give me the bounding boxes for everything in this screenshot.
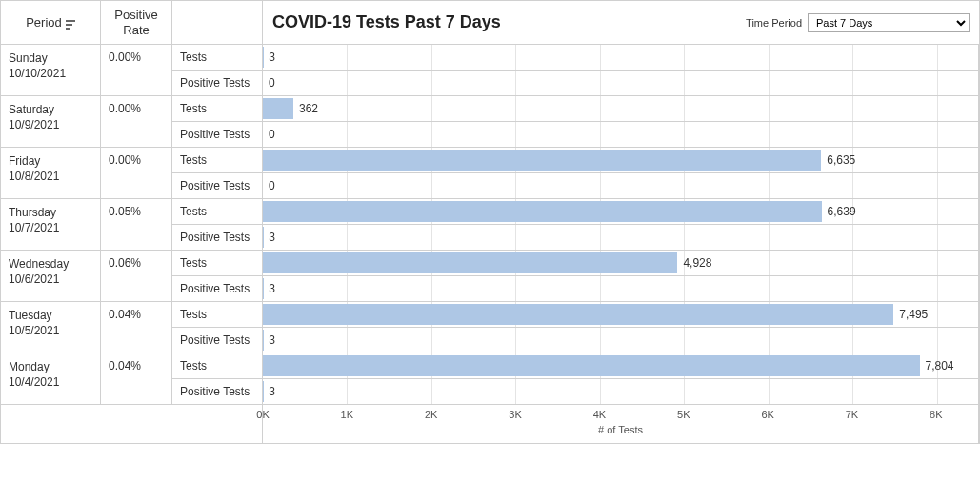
x-axis-tick: 4K [593,409,606,420]
positive-bar-cell: 3 [263,225,979,250]
positive-bar-cell: 0 [263,122,979,147]
positive-bar-cell: 3 [263,276,979,301]
positive-bar-cell: 3 [263,328,979,353]
tests-bar-cell: 6,635 [263,148,979,173]
rate-header[interactable]: Positive Rate [101,1,172,44]
tests-bar[interactable]: 7,495 [263,304,893,325]
positive-bar-cell: 0 [263,71,979,95]
svg-rect-2 [66,28,70,30]
axis-row: # of Tests 0K1K2K3K4K5K6K7K8K [1,405,979,443]
chart-cell: 6,6393 [263,199,979,250]
period-day: Friday [9,153,92,169]
period-date: 10/5/2021 [9,323,92,338]
chart-cell: 3620 [263,96,979,147]
time-period-label: Time Period [746,17,802,29]
chart-cell: 30 [263,45,979,95]
axis-spacer [1,405,263,443]
metric-tests-label: Tests [172,45,262,71]
x-axis-tick: 7K [846,409,858,420]
metrics-and-chart: TestsPositive Tests6,6393 [172,199,979,250]
metric-positive-label: Positive Tests [172,276,262,301]
metric-positive-label: Positive Tests [172,173,262,198]
tests-bar-cell: 6,639 [263,199,979,225]
metric-labels: TestsPositive Tests [172,251,263,301]
metric-labels: TestsPositive Tests [172,302,263,353]
period-cell: Sunday10/10/2021 [1,45,101,95]
sort-desc-icon [66,18,75,28]
period-date: 10/10/2021 [9,66,92,81]
tests-bar-cell: 7,495 [263,302,979,328]
period-cell: Thursday10/7/2021 [1,199,101,250]
tests-bar[interactable]: 4,928 [263,252,677,273]
x-axis-tick: 1K [341,409,353,420]
period-day: Thursday [9,205,92,220]
metrics-and-chart: TestsPositive Tests4,9283 [172,251,979,301]
tests-bar-label: 4,928 [683,256,711,270]
metric-labels: TestsPositive Tests [172,199,263,250]
tests-bar[interactable]: 7,804 [263,355,920,376]
time-period-select[interactable]: Past 7 Days [808,13,970,32]
metric-positive-label: Positive Tests [172,225,262,250]
data-row: Monday10/4/20210.04%TestsPositive Tests7… [1,353,979,405]
rate-cell: 0.00% [101,45,172,95]
metric-header-spacer [172,1,263,44]
tests-bar-label: 6,635 [827,153,855,167]
data-row: Thursday10/7/20210.05%TestsPositive Test… [1,199,979,251]
rate-cell: 0.00% [101,148,172,198]
metric-tests-label: Tests [172,199,262,225]
data-row: Wednesday10/6/20210.06%TestsPositive Tes… [1,251,979,302]
metric-tests-label: Tests [172,96,262,122]
tests-bar-label: 6,639 [828,205,856,218]
tests-bar-cell: 4,928 [263,251,979,276]
svg-rect-1 [66,24,72,26]
tests-bar-label: 7,495 [899,308,928,321]
metrics-and-chart: TestsPositive Tests30 [172,45,979,95]
chart-cell: 6,6350 [263,148,979,198]
period-date: 10/9/2021 [9,117,92,132]
metric-labels: TestsPositive Tests [172,353,263,404]
x-axis-tick: 3K [509,409,521,420]
metric-tests-label: Tests [172,302,262,328]
positive-bar-label: 0 [269,128,275,141]
metrics-and-chart: TestsPositive Tests7,8043 [172,353,979,404]
period-date: 10/4/2021 [9,374,92,390]
metric-tests-label: Tests [172,251,262,276]
tests-bar[interactable]: 362 [263,98,293,119]
period-cell: Wednesday10/6/2021 [1,251,101,301]
x-axis-tick: 2K [425,409,437,420]
tests-bar-label: 362 [299,102,318,115]
chart-cell: 7,8043 [263,353,979,404]
time-period-control: Time Period Past 7 Days [746,13,970,32]
positive-bar-label: 3 [269,333,275,347]
positive-bar-label: 0 [269,179,275,192]
data-row: Friday10/8/20210.00%TestsPositive Tests6… [1,148,979,199]
metric-labels: TestsPositive Tests [172,45,263,95]
period-cell: Saturday10/9/2021 [1,96,101,147]
chart-cell: 4,9283 [263,251,979,301]
metrics-and-chart: TestsPositive Tests3620 [172,96,979,147]
period-header-label: Period [26,15,62,30]
data-body: Sunday10/10/20210.00%TestsPositive Tests… [1,45,979,405]
data-row: Sunday10/10/20210.00%TestsPositive Tests… [1,45,979,96]
tests-bar-label: 3 [269,50,275,64]
rate-header-label: Positive Rate [105,8,168,37]
period-day: Saturday [9,102,92,117]
tests-bar[interactable]: 6,639 [263,201,822,222]
rate-cell: 0.04% [101,353,172,404]
metric-positive-label: Positive Tests [172,328,262,353]
positive-bar-label: 3 [269,385,275,398]
period-day: Tuesday [9,308,92,323]
positive-bar-label: 3 [269,231,275,244]
period-date: 10/7/2021 [9,220,92,235]
tests-bar[interactable]: 6,635 [263,150,821,171]
period-cell: Friday10/8/2021 [1,148,101,198]
tests-bar-cell: 7,804 [263,353,979,379]
positive-bar-label: 0 [269,76,275,90]
period-cell: Monday10/4/2021 [1,353,101,404]
rate-cell: 0.00% [101,96,172,147]
period-header[interactable]: Period [1,1,101,44]
tests-bar-cell: 3 [263,45,979,71]
period-date: 10/6/2021 [9,272,92,287]
rate-cell: 0.06% [101,251,172,301]
positive-bar-cell: 0 [263,173,979,198]
